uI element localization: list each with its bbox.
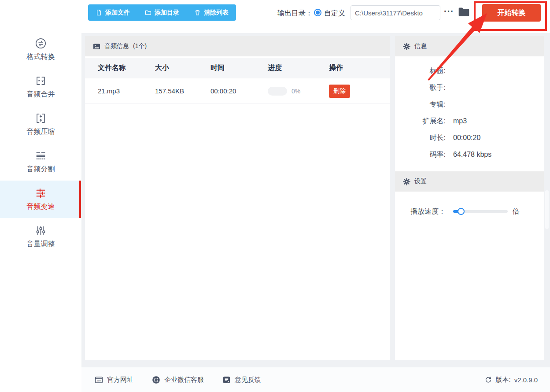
cell-file-name: 21.mp3 xyxy=(98,87,155,95)
field-value-extension: mp3 xyxy=(453,117,467,125)
gear-icon xyxy=(403,178,410,185)
wechat-support-link[interactable]: 企业微信客服 xyxy=(152,376,204,384)
split-icon xyxy=(35,150,47,162)
add-file-button[interactable]: 添加文件 xyxy=(88,4,137,21)
info-fields: 标题: 歌手: 专辑: 扩展名:mp3 时长:00:00:20 码率:64.47… xyxy=(395,56,544,171)
playback-speed-slider[interactable] xyxy=(453,208,508,215)
sidebar: 格式转换 音频合并 音频压缩 音频分割 xyxy=(0,0,81,392)
footer: .com 官方网址 企业微信客服 意见反馈 版本: v2.0.9.0 xyxy=(81,367,550,392)
speed-sliders-icon xyxy=(35,187,47,199)
add-directory-button[interactable]: 添加目录 xyxy=(137,4,187,21)
sidebar-item-label: 音频变速 xyxy=(27,202,55,211)
sidebar-item-label: 音频合并 xyxy=(27,90,55,99)
official-website-link[interactable]: .com 官方网址 xyxy=(95,376,133,384)
version-info: 版本: v2.0.9.0 xyxy=(485,376,538,384)
cell-size: 157.54KB xyxy=(155,87,210,95)
field-label-bitrate: 码率: xyxy=(395,150,446,159)
folder-icon xyxy=(145,9,151,16)
file-actions-group: 添加文件 添加目录 清除列表 xyxy=(88,4,236,21)
version-label: 版本: xyxy=(495,376,510,384)
sidebar-item-audio-merge[interactable]: 音频合并 xyxy=(0,68,81,106)
table-row: 21.mp3 157.54KB 00:00:20 0% 删除 xyxy=(85,78,390,104)
sidebar-item-audio-split[interactable]: 音频分割 xyxy=(0,143,81,181)
volume-sliders-icon xyxy=(35,225,47,237)
slider-handle[interactable] xyxy=(458,208,465,215)
settings-panel-title: 设置 xyxy=(414,178,427,185)
sidebar-item-label: 音量调整 xyxy=(27,240,55,249)
info-panel-title: 信息 xyxy=(414,42,427,50)
progress-bar xyxy=(268,87,287,96)
file-icon xyxy=(96,9,102,16)
field-value-bitrate: 64.478 kbps xyxy=(453,151,491,159)
col-file-name: 文件名称 xyxy=(98,63,155,73)
delete-button[interactable]: 删除 xyxy=(329,85,350,98)
playback-speed-label: 播放速度： xyxy=(395,207,446,216)
output-dir-label: 输出目录： xyxy=(277,9,313,18)
sidebar-item-audio-speed[interactable]: 音频变速 xyxy=(0,181,81,218)
custom-dir-radio-label[interactable]: 自定义 xyxy=(324,9,345,18)
cell-action: 删除 xyxy=(329,85,390,98)
col-progress: 进度 xyxy=(268,63,329,73)
custom-dir-radio[interactable] xyxy=(314,9,321,16)
field-label-title: 标题: xyxy=(395,67,446,76)
top-toolbar: 添加文件 添加目录 清除列表 输出目录： 自定义 ··· 开始转换 xyxy=(81,0,550,33)
sidebar-item-label: 格式转换 xyxy=(27,52,55,62)
scrollbar-thumb[interactable] xyxy=(545,190,549,229)
website-icon: .com xyxy=(95,376,103,384)
table-header-row: 文件名称 大小 时间 进度 操作 xyxy=(85,56,390,78)
feedback-link[interactable]: 意见反馈 xyxy=(222,376,261,384)
refresh-icon[interactable] xyxy=(485,376,492,383)
progress-percent: 0% xyxy=(292,88,300,95)
cell-time: 00:00:20 xyxy=(210,87,268,95)
version-value: v2.0.9.0 xyxy=(514,376,538,384)
output-path-input[interactable] xyxy=(351,5,440,20)
gear-icon xyxy=(403,43,410,50)
svg-text:.com: .com xyxy=(96,380,101,382)
playback-speed-row: 播放速度： 倍 xyxy=(395,203,544,220)
sidebar-item-volume-adjust[interactable]: 音量调整 xyxy=(0,218,81,255)
audio-info-title: 音频信息 xyxy=(104,42,129,50)
audio-image-icon xyxy=(93,43,100,50)
field-label-artist: 歌手: xyxy=(395,83,446,92)
compress-icon xyxy=(35,112,47,124)
merge-icon xyxy=(35,75,47,87)
browse-more-button[interactable]: ··· xyxy=(444,6,454,16)
speed-unit-label: 倍 xyxy=(513,207,520,216)
info-panel-header: 信息 xyxy=(395,36,544,56)
audio-info-count: (1个) xyxy=(133,42,147,50)
sidebar-item-format-convert[interactable]: 格式转换 xyxy=(0,31,81,68)
audio-info-panel-header: 音频信息 (1个) xyxy=(85,36,390,56)
col-time: 时间 xyxy=(210,63,268,73)
field-label-extension: 扩展名: xyxy=(395,117,446,126)
start-convert-button[interactable]: 开始转换 xyxy=(482,4,541,22)
feedback-icon xyxy=(222,376,231,384)
settings-panel-header: 设置 xyxy=(395,171,544,192)
field-label-album: 专辑: xyxy=(395,100,446,109)
sidebar-item-label: 音频压缩 xyxy=(27,127,55,137)
sidebar-item-audio-compress[interactable]: 音频压缩 xyxy=(0,106,81,143)
cell-progress: 0% xyxy=(268,87,329,96)
audio-info-panel: 音频信息 (1个) 文件名称 大小 时间 进度 操作 21.mp3 157.54… xyxy=(85,36,390,360)
col-size: 大小 xyxy=(155,63,210,73)
clear-list-button[interactable]: 清除列表 xyxy=(187,4,236,21)
info-settings-panel: 信息 标题: 歌手: 专辑: 扩展名:mp3 时长:00:00:20 码率:64… xyxy=(395,36,544,360)
sidebar-item-label: 音频分割 xyxy=(27,165,55,174)
field-value-duration: 00:00:20 xyxy=(453,134,480,142)
chat-bubble-icon xyxy=(152,376,160,384)
open-folder-icon[interactable] xyxy=(458,7,470,17)
main-content: 音频信息 (1个) 文件名称 大小 时间 进度 操作 21.mp3 157.54… xyxy=(81,33,550,367)
trash-icon xyxy=(194,9,201,16)
swap-circle-icon xyxy=(35,37,47,49)
col-action: 操作 xyxy=(329,63,390,73)
field-label-duration: 时长: xyxy=(395,133,446,143)
